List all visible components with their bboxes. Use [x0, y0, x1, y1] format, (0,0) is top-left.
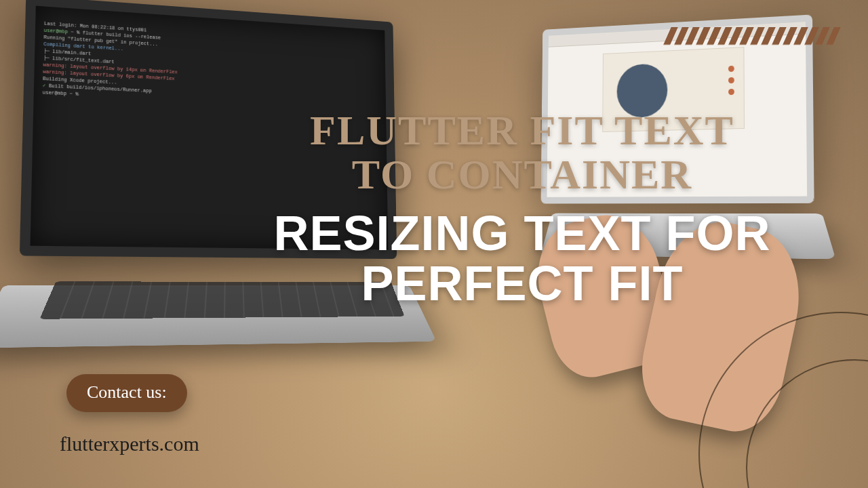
bullet-list-icon [728, 60, 734, 100]
stripe-decoration [663, 27, 841, 45]
headline-subtitle: RESIZING TEXT FOR PERFECT FIT [217, 209, 827, 308]
headline-title-line1: FLUTTER FIT TEXT [310, 107, 734, 153]
headline-title-line2: TO CONTAINER [352, 151, 692, 197]
headline-title: FLUTTER FIT TEXT TO CONTAINER [217, 108, 827, 197]
headline-subtitle-line2: PERFECT FIT [361, 256, 684, 310]
headline-subtitle-line1: RESIZING TEXT FOR [273, 206, 770, 260]
contact-label: Contact us: [87, 382, 167, 402]
promo-graphic: Last login: Mon 08:22:18 on ttys001 user… [0, 0, 868, 488]
website-url: flutterxperts.com [60, 432, 199, 455]
headline-block: FLUTTER FIT TEXT TO CONTAINER RESIZING T… [217, 108, 827, 308]
contact-pill: Contact us: [66, 374, 187, 412]
